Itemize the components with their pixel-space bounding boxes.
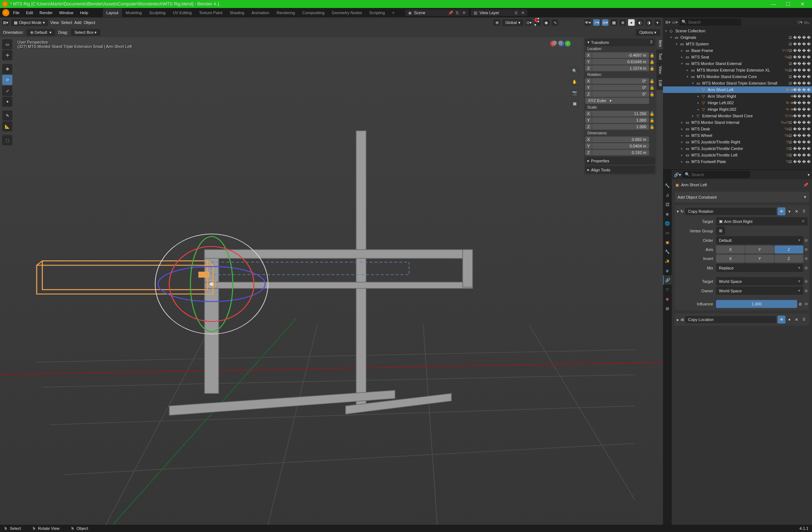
tree-row[interactable]: ▸▭MTS Desk▽₂☑ � � � � bbox=[663, 126, 812, 132]
menu-select[interactable]: Select bbox=[61, 20, 72, 25]
loc-x-lock[interactable]: 🔒 bbox=[649, 53, 655, 58]
orient-icon[interactable]: ⊕ bbox=[494, 19, 500, 26]
shade-matpreview-icon[interactable]: ◐ bbox=[637, 19, 643, 26]
c1-axis-y[interactable]: Y bbox=[745, 245, 774, 253]
ptab-data[interactable]: ▽ bbox=[663, 285, 672, 294]
properties-collapsible[interactable]: ▸ Properties bbox=[585, 157, 655, 165]
mode-dropdown[interactable]: ▦ Object Mode ▾ bbox=[11, 19, 48, 26]
tool-rotate[interactable]: ⟳ bbox=[2, 75, 12, 85]
c2-extras-icon[interactable]: ▾ bbox=[787, 317, 792, 322]
c1-order[interactable]: Default▾ bbox=[716, 236, 803, 244]
close-button[interactable]: ✕ bbox=[795, 0, 810, 8]
overlay-icon[interactable]: ⊚▾ bbox=[602, 19, 608, 26]
props-type-icon[interactable]: 🔗▾ bbox=[674, 172, 681, 177]
tree-row[interactable]: ▾◇Scene Collection bbox=[663, 28, 812, 34]
outliner-tree[interactable]: ▾◇Scene Collection▾▭Originals☑ � � � �▾▭… bbox=[663, 27, 812, 170]
loc-z[interactable]: 1.1574 m bbox=[592, 65, 649, 71]
tree-row[interactable]: ▸▭MTS Joystick/Throttle Left▽☑ � � � � bbox=[663, 152, 812, 158]
visibility-icon[interactable]: 👁▾ bbox=[584, 19, 591, 26]
outliner-filter-icon[interactable]: ▽▾ bbox=[797, 20, 803, 25]
c1-axis-anim[interactable] bbox=[805, 248, 808, 251]
ptab-render[interactable]: 🔧 bbox=[663, 181, 672, 190]
disclosure-icon[interactable]: ▾ bbox=[687, 75, 691, 78]
tree-toggles[interactable]: ☑ � � � � bbox=[789, 62, 811, 66]
menu-file[interactable]: File bbox=[10, 9, 23, 16]
tree-toggles[interactable]: � � � � bbox=[793, 101, 811, 105]
disclosure-icon[interactable]: ▸ bbox=[681, 121, 686, 124]
xray-icon[interactable]: ▦ bbox=[611, 19, 617, 26]
tab-geonodes[interactable]: Geometry Nodes bbox=[328, 8, 366, 17]
ptab-output[interactable]: 🖨 bbox=[663, 190, 672, 200]
disclosure-icon[interactable]: ▸ bbox=[698, 107, 702, 111]
rot-z-lock[interactable]: 🔓 bbox=[649, 92, 655, 97]
props-options-icon[interactable]: ▾ bbox=[808, 172, 810, 177]
shade-solid-icon[interactable]: ● bbox=[628, 19, 635, 26]
scale-y[interactable]: 1.000 bbox=[592, 117, 649, 123]
disclosure-icon[interactable]: ▸ bbox=[698, 94, 702, 98]
tool-transform[interactable]: ✦ bbox=[2, 97, 12, 107]
tool-scale[interactable]: ⤢ bbox=[2, 86, 12, 96]
scale-x-lock[interactable]: 🔓 bbox=[649, 111, 655, 116]
c1-inv-z[interactable]: Z bbox=[775, 255, 803, 263]
shading-dd-icon[interactable]: ▾ bbox=[654, 19, 661, 26]
tree-row[interactable]: ▸▭MTS Montor External Triple Extension X… bbox=[663, 67, 812, 73]
dim-y[interactable]: 0.0404 m bbox=[592, 143, 649, 149]
orient-dropdown[interactable]: Global ▾ bbox=[502, 19, 523, 26]
tree-row[interactable]: ▾▭MTS Monitor Stand External Core☑ � � �… bbox=[663, 73, 812, 80]
scene-del-icon[interactable]: ✕ bbox=[461, 10, 466, 15]
tree-row[interactable]: ▸▽External Monitor Stand Core▽₇▽₈� � � � bbox=[663, 113, 812, 119]
tree-toggles[interactable]: � � � � bbox=[793, 94, 811, 98]
nav-gizmo[interactable]: Z X Y bbox=[550, 41, 572, 62]
c1-tspace[interactable]: World Space▾ bbox=[716, 277, 803, 285]
tab-animation[interactable]: Animation bbox=[248, 8, 273, 17]
tool-annotate[interactable]: ✎ bbox=[2, 110, 12, 121]
tree-toggles[interactable]: ☑ � � � � bbox=[789, 134, 811, 138]
disclosure-icon[interactable]: ▸ bbox=[698, 88, 702, 92]
tab-compositing[interactable]: Compositing bbox=[299, 8, 328, 17]
ptab-material[interactable]: ◉ bbox=[663, 294, 672, 304]
outliner-type-icon[interactable]: ≣▾ bbox=[665, 20, 671, 25]
menu-object[interactable]: Object bbox=[84, 20, 95, 25]
sidetab-view[interactable]: View bbox=[656, 63, 663, 77]
snap-icon[interactable]: 🧲▾ bbox=[534, 19, 541, 26]
tab-shading[interactable]: Shading bbox=[226, 8, 248, 17]
tree-toggles[interactable]: ☑ � � � � bbox=[789, 49, 811, 53]
tab-modeling[interactable]: Modeling bbox=[122, 8, 146, 17]
loc-x[interactable]: -0.4697 m bbox=[592, 52, 649, 58]
tree-row[interactable]: ▸▽Hinge Right.002↻ ⇉� � � � bbox=[663, 106, 812, 113]
c1-delete-icon[interactable]: ✕ bbox=[793, 209, 800, 214]
tab-texpaint[interactable]: Texture Paint bbox=[195, 8, 226, 17]
tree-row[interactable]: ▸▭Base Frame▽₇▽☑ � � � � bbox=[663, 47, 812, 54]
c1-ospace[interactable]: World Space▾ bbox=[716, 287, 803, 295]
disclosure-icon[interactable]: ▸ bbox=[687, 68, 691, 72]
tree-toggles[interactable]: ☑ � � � � bbox=[789, 36, 811, 40]
c1-extras-icon[interactable]: ▾ bbox=[787, 209, 792, 214]
c1-grip-icon[interactable]: ⠿ bbox=[801, 209, 807, 214]
tree-toggles[interactable]: � � � � bbox=[793, 107, 811, 111]
c1-vg[interactable]: ⊞ bbox=[716, 227, 725, 235]
vl-del-icon[interactable]: ✕ bbox=[520, 10, 525, 15]
tree-row[interactable]: ▸▭MTS Joystick/Throttle Right▽☑ � � � � bbox=[663, 139, 812, 145]
outliner-new-coll-icon[interactable]: ▭₊ bbox=[804, 20, 810, 25]
tree-row[interactable]: ▸▭MTS Montor Stand Internal▽₁₀▽☑ � � � � bbox=[663, 119, 812, 126]
rot-y-lock[interactable]: 🔓 bbox=[649, 85, 655, 90]
tree-row[interactable]: ▾▭MTS System☑ � � � � bbox=[663, 41, 812, 47]
disclosure-icon[interactable]: ▾ bbox=[681, 62, 686, 65]
ptab-world[interactable]: 🌐 bbox=[663, 219, 672, 228]
disclosure-icon[interactable]: ▸ bbox=[681, 55, 686, 59]
disclosure-icon[interactable]: ▾ bbox=[670, 36, 675, 39]
shade-wire-icon[interactable]: ⊕ bbox=[619, 19, 626, 26]
sidetab-tool[interactable]: Tool bbox=[656, 50, 663, 63]
tool-addcube[interactable]: ⬚ bbox=[2, 135, 12, 145]
tab-rendering[interactable]: Rendering bbox=[273, 8, 299, 17]
menu-help[interactable]: Help bbox=[77, 9, 91, 16]
disclosure-icon[interactable]: ▸ bbox=[681, 127, 686, 131]
ptab-viewlayer[interactable]: 🖼 bbox=[663, 200, 672, 209]
c1-inv-y[interactable]: Y bbox=[745, 255, 774, 263]
sidetab-item[interactable]: Item bbox=[656, 37, 663, 50]
tab-layout[interactable]: Layout bbox=[103, 8, 122, 17]
tree-toggles[interactable]: ☑ � � � � bbox=[789, 42, 811, 46]
tree-row[interactable]: ▸▭MTS Joystick/Throttle Centre▽☑ � � � � bbox=[663, 145, 812, 152]
blender-logo[interactable] bbox=[2, 9, 9, 16]
c2-delete-icon[interactable]: ✕ bbox=[793, 317, 800, 322]
